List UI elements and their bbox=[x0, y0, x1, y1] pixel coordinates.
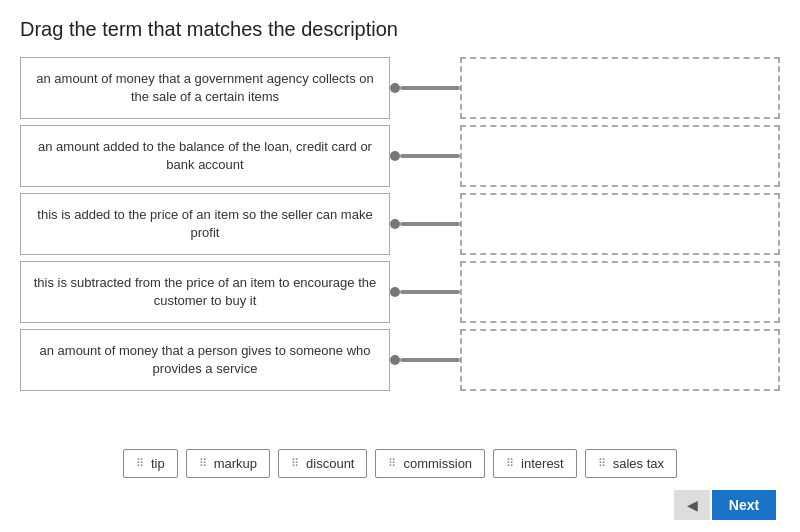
connector-bar-2 bbox=[400, 222, 460, 226]
prev-button[interactable]: ◀ bbox=[674, 490, 710, 520]
page-container: Drag the term that matches the descripti… bbox=[0, 0, 800, 532]
connector-3 bbox=[390, 261, 460, 323]
drop-target-2[interactable] bbox=[460, 193, 780, 255]
connector-4 bbox=[390, 329, 460, 391]
description-box-4: an amount of money that a person gives t… bbox=[20, 329, 390, 391]
description-box-1: an amount added to the balance of the lo… bbox=[20, 125, 390, 187]
descriptions-column: an amount of money that a government age… bbox=[20, 57, 390, 437]
term-label-0: tip bbox=[151, 456, 165, 471]
drag-icon-5: ⠿ bbox=[598, 457, 607, 470]
term-label-3: commission bbox=[403, 456, 472, 471]
connector-bar-3 bbox=[400, 290, 460, 294]
connector-dot-3 bbox=[390, 287, 400, 297]
term-chip-1[interactable]: ⠿markup bbox=[186, 449, 270, 478]
description-box-3: this is subtracted from the price of an … bbox=[20, 261, 390, 323]
description-box-2: this is added to the price of an item so… bbox=[20, 193, 390, 255]
matching-area: an amount of money that a government age… bbox=[20, 57, 780, 437]
connector-dot-4 bbox=[390, 355, 400, 365]
term-label-4: interest bbox=[521, 456, 564, 471]
connector-1 bbox=[390, 125, 460, 187]
drop-target-1[interactable] bbox=[460, 125, 780, 187]
drop-target-0[interactable] bbox=[460, 57, 780, 119]
connector-0 bbox=[390, 57, 460, 119]
drag-icon-4: ⠿ bbox=[506, 457, 515, 470]
connector-bar-0 bbox=[400, 86, 460, 90]
connector-bar-1 bbox=[400, 154, 460, 158]
drop-target-4[interactable] bbox=[460, 329, 780, 391]
description-box-0: an amount of money that a government age… bbox=[20, 57, 390, 119]
drag-icon-0: ⠿ bbox=[136, 457, 145, 470]
term-chip-5[interactable]: ⠿sales tax bbox=[585, 449, 677, 478]
drag-icon-3: ⠿ bbox=[388, 457, 397, 470]
connector-bar-4 bbox=[400, 358, 460, 362]
connector-dot-2 bbox=[390, 219, 400, 229]
term-chip-0[interactable]: ⠿tip bbox=[123, 449, 178, 478]
term-label-2: discount bbox=[306, 456, 354, 471]
term-chip-2[interactable]: ⠿discount bbox=[278, 449, 367, 478]
connector-2 bbox=[390, 193, 460, 255]
connectors-column bbox=[390, 57, 460, 437]
connector-dot-1 bbox=[390, 151, 400, 161]
term-chip-3[interactable]: ⠿commission bbox=[375, 449, 485, 478]
nav-bar: ◀ Next bbox=[20, 486, 780, 522]
term-chip-4[interactable]: ⠿interest bbox=[493, 449, 577, 478]
connector-dot-0 bbox=[390, 83, 400, 93]
term-label-1: markup bbox=[214, 456, 257, 471]
drop-target-3[interactable] bbox=[460, 261, 780, 323]
page-title: Drag the term that matches the descripti… bbox=[20, 18, 780, 41]
terms-row: ⠿tip⠿markup⠿discount⠿commission⠿interest… bbox=[20, 437, 780, 486]
drag-icon-1: ⠿ bbox=[199, 457, 208, 470]
drag-icon-2: ⠿ bbox=[291, 457, 300, 470]
drop-targets-column bbox=[460, 57, 780, 437]
next-button[interactable]: Next bbox=[712, 490, 776, 520]
term-label-5: sales tax bbox=[613, 456, 664, 471]
